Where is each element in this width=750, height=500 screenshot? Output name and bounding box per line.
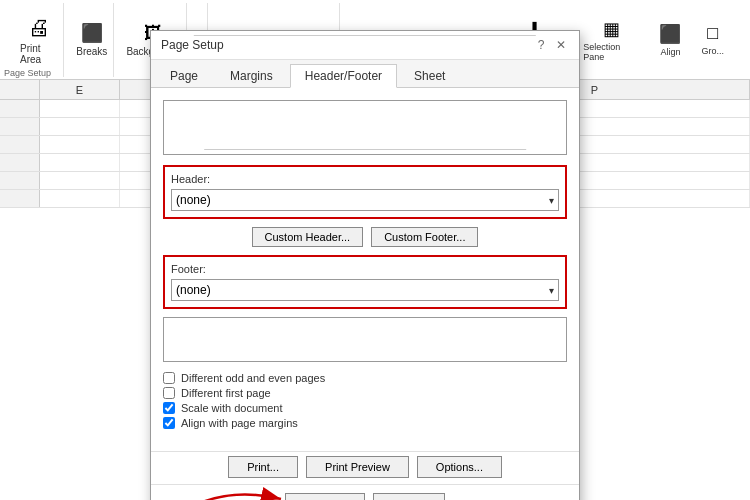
custom-header-button[interactable]: Custom Header... <box>252 227 364 247</box>
checkbox-odd-even[interactable] <box>163 372 175 384</box>
print-preview-button[interactable]: Print Preview <box>306 456 409 478</box>
preview-header-line <box>204 149 526 150</box>
footer-section: Footer: (none) ▾ <box>163 255 567 309</box>
checkbox-align-label: Align with page margins <box>181 417 298 429</box>
row-num <box>0 100 40 117</box>
tab-sheet[interactable]: Sheet <box>399 64 460 87</box>
footer-selected-value: (none) <box>176 283 211 297</box>
footer-dropdown[interactable]: (none) ▾ <box>171 279 559 301</box>
dialog-controls: ? ✕ <box>533 37 569 53</box>
ribbon-section-print: 🖨 Print Area <box>14 3 64 77</box>
custom-footer-button[interactable]: Custom Footer... <box>371 227 478 247</box>
align-btn[interactable]: ⬛ Align <box>653 3 687 77</box>
help-button[interactable]: ? <box>533 37 549 53</box>
footer-select-row: (none) ▾ <box>171 279 559 301</box>
group-label: Gro... <box>701 46 724 56</box>
tab-page[interactable]: Page <box>155 64 213 87</box>
page-setup-ribbon-label: Page Setup <box>4 68 51 78</box>
ribbon-section-breaks[interactable]: ⬛ Breaks <box>70 3 114 77</box>
checkbox-first-page[interactable] <box>163 387 175 399</box>
checkbox-row-align: Align with page margins <box>163 417 567 429</box>
footer-label: Footer: <box>171 263 559 275</box>
dialog-footer: OK Cancel <box>151 484 579 500</box>
custom-buttons-row: Custom Header... Custom Footer... <box>163 227 567 247</box>
checkbox-row-first-page: Different first page <box>163 387 567 399</box>
col-header-E[interactable]: E <box>40 80 120 99</box>
checkbox-first-page-label: Different first page <box>181 387 271 399</box>
tab-margins[interactable]: Margins <box>215 64 288 87</box>
row-num <box>0 118 40 135</box>
header-section: Header: (none) ▾ <box>163 165 567 219</box>
header-selected-value: (none) <box>176 193 211 207</box>
options-button[interactable]: Options... <box>417 456 502 478</box>
footer-preview-box <box>163 317 567 362</box>
ok-arrow-annotation <box>181 477 311 500</box>
checkbox-scale[interactable] <box>163 402 175 414</box>
header-label: Header: <box>171 173 559 185</box>
tab-header-footer[interactable]: Header/Footer <box>290 64 397 88</box>
corner-cell <box>0 80 40 99</box>
align-label: Align <box>660 47 680 57</box>
preview-footer-line <box>194 35 536 36</box>
checkboxes-section: Different odd and even pages Different f… <box>163 372 567 429</box>
print-area-label: Print Area <box>20 43 57 65</box>
breaks-label: Breaks <box>76 46 107 57</box>
print-button[interactable]: Print... <box>228 456 298 478</box>
cancel-button[interactable]: Cancel <box>373 493 445 500</box>
header-dropdown-arrow-icon: ▾ <box>549 195 554 206</box>
header-select-row: (none) ▾ <box>171 189 559 211</box>
selection-pane-btn[interactable]: ▦ Selection Pane <box>577 3 645 77</box>
row-num <box>0 136 40 153</box>
checkbox-odd-even-label: Different odd and even pages <box>181 372 325 384</box>
header-preview-box <box>163 100 567 155</box>
close-button[interactable]: ✕ <box>553 37 569 53</box>
checkbox-scale-label: Scale with document <box>181 402 283 414</box>
group-btn[interactable]: □ Gro... <box>695 3 730 77</box>
checkbox-row-odd-even: Different odd and even pages <box>163 372 567 384</box>
page-setup-dialog: Page Setup ? ✕ Page Margins Header/Foote… <box>150 30 580 500</box>
footer-dropdown-arrow-icon: ▾ <box>549 285 554 296</box>
dialog-tabs: Page Margins Header/Footer Sheet <box>151 60 579 88</box>
header-dropdown[interactable]: (none) ▾ <box>171 189 559 211</box>
row-num <box>0 172 40 189</box>
checkbox-align[interactable] <box>163 417 175 429</box>
row-num <box>0 190 40 207</box>
row-num <box>0 154 40 171</box>
checkbox-row-scale: Scale with document <box>163 402 567 414</box>
dialog-title: Page Setup <box>161 38 224 52</box>
selection-pane-label: Selection Pane <box>583 42 639 62</box>
dialog-content: Header: (none) ▾ Custom Header... Custom… <box>151 88 579 451</box>
